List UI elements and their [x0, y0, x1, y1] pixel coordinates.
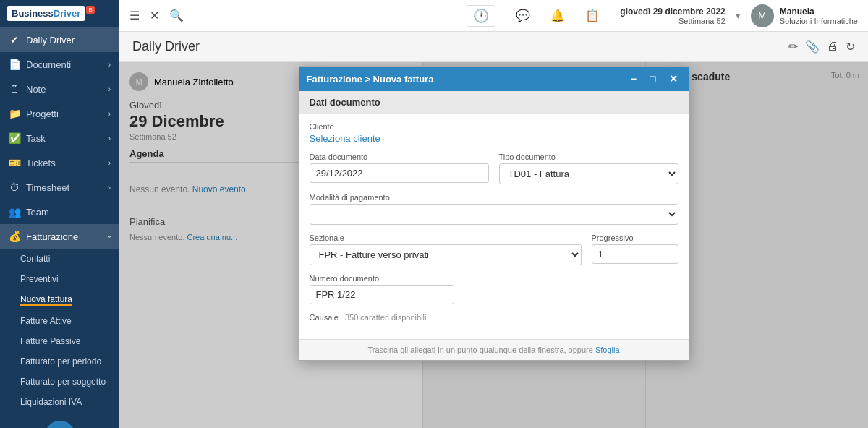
chevron-icon: ›	[109, 159, 111, 167]
user-avatar: M	[751, 4, 774, 27]
modalita-pagamento-select[interactable]	[310, 204, 678, 225]
chevron-icon: ›	[109, 184, 111, 192]
topbar-settimana: Settimana 52	[678, 17, 726, 25]
sidebar-item-label: Task	[26, 133, 46, 144]
tipo-documento-field: Tipo documento TD01 - Fattura	[499, 153, 678, 184]
sidebar-item-team[interactable]: 👥 Team	[0, 200, 119, 224]
chevron-down-icon: ›	[106, 235, 114, 237]
sidebar-item-progetti[interactable]: 📁 Progetti ›	[0, 101, 119, 126]
close-icon[interactable]: ✕	[150, 9, 159, 22]
sezionale-label: Sezionale	[310, 234, 582, 242]
edit-icon[interactable]: ✏	[788, 40, 798, 54]
footer-link[interactable]: Sfoglia	[595, 346, 620, 354]
sidebar-bottom: B	[0, 412, 119, 428]
sidebar-item-label: Tickets	[26, 158, 56, 168]
sidebar-sub-nuova-fattura[interactable]: Nuova fattura	[0, 289, 119, 311]
user-role: Soluzioni Informatiche	[780, 17, 858, 25]
modal-titlebar: Fatturazione > Nuova fattura − □ ✕	[299, 67, 689, 91]
chevron-icon: ›	[109, 61, 111, 69]
tickets-icon: 🎫	[9, 157, 20, 168]
modal-breadcrumb: Fatturazione > Nuova fattura	[307, 74, 627, 85]
logo-driver: Driver	[54, 8, 81, 19]
sidebar-sub-fatturato-periodo[interactable]: Fatturato per periodo	[0, 351, 119, 372]
history-icon[interactable]: 🕐	[467, 5, 495, 27]
date-block[interactable]: giovedì 29 dicembre 2022 Settimana 52	[620, 7, 725, 25]
page-header: Daily Driver ✏ 📎 🖨 ↻	[119, 32, 868, 62]
sidebar-sub-preventivi[interactable]: Preventivi	[0, 269, 119, 289]
sub-label: Nuova fattura	[20, 294, 72, 306]
logo-tag: B	[86, 6, 94, 14]
copy-icon[interactable]: 📋	[585, 9, 600, 22]
modal-close-button[interactable]: ✕	[665, 72, 681, 86]
form-area: Cliente Seleziona cliente Data documento…	[299, 114, 689, 339]
search-icon[interactable]: 🔍	[169, 9, 184, 22]
tipo-documento-select[interactable]: TD01 - Fattura	[499, 163, 678, 184]
sidebar-item-fatturazione[interactable]: 💰 Fatturazione ›	[0, 224, 119, 249]
user-info: Manuela Soluzioni Informatiche	[780, 7, 858, 25]
topbar: ☰ ✕ 🔍 🕐 💬 🔔 📋 giovedì 29 dicembre 2022 S…	[119, 0, 868, 32]
data-documento-field: Data documento	[310, 153, 489, 184]
sidebar-item-note[interactable]: 🗒 Note ›	[0, 77, 119, 101]
numero-documento-input[interactable]	[310, 285, 454, 304]
chevron-icon: ›	[109, 85, 111, 93]
form-row-sezionale-progressivo: Sezionale FPR - Fatture verso privati Pr…	[310, 234, 678, 274]
sidebar-item-timesheet[interactable]: ⏱ Timesheet ›	[0, 175, 119, 200]
sidebar-item-daily-driver[interactable]: ✔ Daily Driver	[0, 27, 119, 52]
footer-text: Trascina gli allegati in un punto qualun…	[367, 346, 592, 354]
sub-label: Liquidazioni IVA	[20, 397, 82, 407]
progetti-icon: 📁	[9, 108, 20, 119]
team-icon: 👥	[9, 206, 20, 218]
print-icon[interactable]: 🖨	[827, 40, 838, 54]
sidebar-sub-contatti[interactable]: Contatti	[0, 249, 119, 269]
menu-icon[interactable]: ☰	[129, 9, 140, 22]
sezionale-field: Sezionale FPR - Fatture verso privati	[310, 234, 582, 265]
modal-body: Dati documento Cliente Seleziona cliente…	[299, 91, 689, 339]
modal-overlay: Fatturazione > Nuova fattura − □ ✕ Dati …	[119, 62, 868, 428]
sidebar-sub-fatturato-soggetto[interactable]: Fatturato per soggetto	[0, 372, 119, 392]
modalita-pagamento-field: Modalità di pagamento	[310, 193, 678, 225]
chat-icon[interactable]: 💬	[516, 9, 530, 22]
sidebar-item-label: Timesheet	[26, 182, 69, 193]
timesheet-icon: ⏱	[9, 181, 20, 193]
causale-note: 350 caratteri disponibili	[345, 313, 427, 322]
progressivo-field: Progressivo	[592, 234, 678, 265]
sub-label: Fatture Attive	[20, 316, 72, 326]
sub-label: Fatture Passive	[20, 336, 80, 346]
sidebar-sub-fatture-passive[interactable]: Fatture Passive	[0, 331, 119, 351]
logo-text: Business	[12, 8, 54, 19]
sidebar-item-task[interactable]: ✅ Task ›	[0, 126, 119, 150]
modal-minimize-button[interactable]: −	[627, 72, 640, 86]
cliente-label: Cliente	[310, 122, 678, 131]
topbar-date: giovedì 29 dicembre 2022	[620, 7, 725, 17]
sidebar-item-documenti[interactable]: 📄 Documenti ›	[0, 52, 119, 77]
modal-maximize-button[interactable]: □	[646, 72, 659, 86]
numero-documento-field: Numero documento	[310, 274, 678, 304]
modal-titlebar-actions: − □ ✕	[627, 72, 681, 86]
clip-icon[interactable]: 📎	[805, 40, 820, 54]
app-logo: Business Driver	[7, 6, 85, 21]
sidebar-sub-fatture-attive[interactable]: Fatture Attive	[0, 311, 119, 331]
sidebar-item-label: Progetti	[26, 108, 59, 119]
page-title: Daily Driver	[132, 39, 788, 54]
numero-documento-label: Numero documento	[310, 274, 678, 283]
task-icon: ✅	[9, 132, 20, 144]
progressivo-input[interactable]	[592, 244, 678, 264]
content-area: M Manuela Zinfolletto Giovedì 29 Dicembr…	[119, 62, 868, 428]
sidebar-sub-liquidazioni-iva[interactable]: Liquidazioni IVA	[0, 392, 119, 412]
user-menu[interactable]: M Manuela Soluzioni Informatiche	[751, 4, 858, 27]
bell-icon[interactable]: 🔔	[550, 9, 565, 22]
seleziona-cliente[interactable]: Seleziona cliente	[310, 133, 678, 144]
main-area: ☰ ✕ 🔍 🕐 💬 🔔 📋 giovedì 29 dicembre 2022 S…	[119, 0, 868, 428]
sidebar-item-label: Note	[26, 84, 46, 95]
daily-driver-icon: ✔	[9, 34, 20, 46]
sezionale-select[interactable]: FPR - Fatture verso privati	[310, 244, 582, 265]
data-documento-input[interactable]	[310, 163, 489, 183]
section-header: Dati documento	[299, 91, 689, 114]
sidebar-item-label: Documenti	[26, 59, 71, 70]
chevron-icon: ›	[109, 134, 111, 142]
refresh-icon[interactable]: ↻	[846, 40, 855, 54]
sidebar-item-tickets[interactable]: 🎫 Tickets ›	[0, 150, 119, 175]
sub-label: Contatti	[20, 254, 50, 264]
fatturazione-icon: 💰	[9, 231, 20, 242]
modalita-pagamento-label: Modalità di pagamento	[310, 193, 678, 202]
